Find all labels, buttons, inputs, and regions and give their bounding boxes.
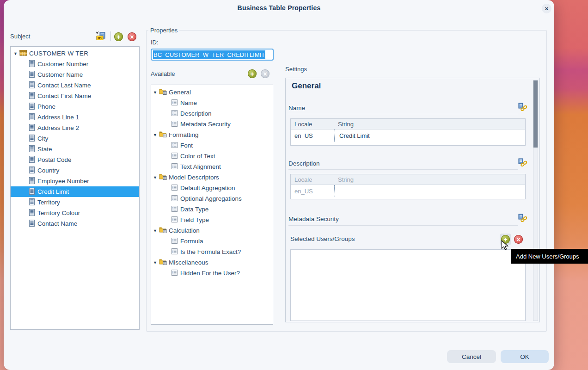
available-property-label: Text Alignment	[180, 163, 221, 170]
string-cell[interactable]: Credit Limit	[334, 130, 525, 142]
expander-icon[interactable]: ▼	[153, 90, 159, 95]
property-icon-slot	[172, 163, 178, 171]
available-property-row[interactable]: Optional Aggregations	[151, 193, 273, 204]
locale-string-row[interactable]: en_US Credit Limit	[291, 130, 525, 142]
column-icon	[29, 145, 35, 152]
subject-tree-item[interactable]: Contact Name	[11, 218, 139, 229]
column-icon-slot	[29, 177, 35, 185]
subject-tree-item[interactable]: Contact First Name	[11, 91, 139, 101]
subject-tree-item[interactable]: Territory	[11, 197, 139, 208]
subject-tree-item[interactable]: Employee Number	[11, 176, 139, 186]
available-property-row[interactable]: Text Alignment	[151, 161, 273, 172]
delete-icon: ×	[516, 236, 520, 243]
subject-tree-item[interactable]: State	[11, 144, 139, 154]
scrollbar-thumb[interactable]	[533, 80, 538, 148]
name-section-label: Name	[288, 105, 305, 111]
property-icon	[172, 270, 178, 276]
selected-users-groups-list[interactable]	[290, 249, 526, 321]
settings-scrollbar[interactable]	[533, 80, 538, 321]
property-icon-slot	[172, 142, 178, 149]
subject-item-label: State	[37, 146, 52, 153]
expander-icon[interactable]: ▼	[153, 260, 159, 265]
folder-icon	[159, 88, 167, 95]
available-property-row[interactable]: Field Type	[151, 215, 273, 225]
subject-tree-item[interactable]: Country	[11, 165, 139, 176]
subject-tree-item[interactable]: Credit Limit	[11, 186, 139, 197]
expander-icon[interactable]: ▼	[153, 228, 159, 233]
subject-tree-item[interactable]: Customer Name	[11, 69, 139, 80]
subject-tree-item[interactable]: Address Line 2	[11, 123, 139, 133]
available-property-row[interactable]: Formula	[151, 236, 273, 247]
subject-tree-item[interactable]: Customer Number	[11, 59, 139, 69]
expander-icon[interactable]: ▼	[153, 133, 159, 137]
available-property-row[interactable]: Default Aggregation	[151, 183, 273, 193]
name-localized-icon-slot[interactable]	[518, 103, 528, 112]
expander-icon[interactable]: ▼	[153, 175, 159, 180]
available-group-row[interactable]: ▼ Model Descriptors	[151, 172, 273, 183]
available-property-label: Hidden For the User?	[180, 270, 240, 277]
locale-cell[interactable]: en_US	[291, 130, 334, 142]
name-table-header: Locale String	[291, 119, 525, 130]
folder-icon	[159, 131, 167, 137]
folder-icon	[159, 173, 167, 180]
close-button[interactable]: ×	[542, 4, 551, 13]
description-localized-icon-slot[interactable]	[518, 158, 528, 167]
subject-item-label: Country	[37, 167, 59, 174]
subject-tree-item[interactable]: Postal Code	[11, 154, 139, 165]
available-property-row[interactable]: Data Type	[151, 204, 273, 215]
available-property-label: Name	[180, 99, 197, 106]
available-property-row[interactable]: Is the Formula Exact?	[151, 247, 273, 257]
available-property-label: Color of Text	[180, 153, 215, 160]
id-input[interactable]: BC_CUSTOMER_W_TER_CREDITLIMIT	[151, 49, 274, 61]
remove-users-groups-button[interactable]: ×	[514, 235, 523, 244]
property-icon	[172, 238, 178, 244]
remove-property-button-disabled: ×	[261, 69, 270, 78]
subject-label: Subject	[10, 33, 30, 40]
available-property-row[interactable]: Description	[151, 108, 273, 119]
available-property-row[interactable]: Color of Text	[151, 151, 273, 161]
subject-tree-item[interactable]: Contact Last Name	[11, 80, 139, 91]
subject-item-label: Phone	[37, 103, 55, 110]
available-tree: ▼ General Name Description Metadata Secu…	[151, 85, 273, 325]
column-icon	[29, 177, 35, 184]
column-icon	[29, 209, 35, 216]
add-property-button[interactable]: +	[248, 69, 257, 78]
metadata-security-icon-slot[interactable]	[518, 214, 528, 223]
property-icon	[172, 110, 178, 116]
delete-subject-column-button[interactable]: ×	[128, 32, 136, 41]
column-icon-slot	[29, 103, 35, 111]
expander-icon[interactable]: ▼	[13, 51, 19, 56]
description-table-header: Locale String	[291, 174, 525, 185]
property-icon	[172, 185, 178, 191]
available-property-row[interactable]: Font	[151, 140, 273, 151]
description-section-label: Description	[288, 160, 320, 167]
tooltip: Add New Users/Groups	[511, 249, 588, 264]
column-icon	[29, 188, 35, 195]
property-icon	[172, 121, 178, 127]
available-property-row[interactable]: Metadata Security	[151, 119, 273, 130]
available-property-row[interactable]: Hidden For the User?	[151, 268, 273, 278]
subject-tree-item[interactable]: Address Line 1	[11, 112, 139, 123]
subject-tree-items: Customer Number Customer Name Contact La…	[11, 59, 139, 229]
locale-string-row[interactable]: en_US	[291, 185, 525, 197]
ok-button[interactable]: OK	[501, 350, 549, 363]
available-group-row[interactable]: ▼ Formatting	[151, 130, 273, 140]
add-subject-column-button[interactable]: +	[114, 32, 123, 41]
subject-item-label: City	[37, 135, 48, 142]
locale-cell[interactable]: en_US	[291, 185, 334, 197]
cancel-button[interactable]: Cancel	[447, 350, 496, 363]
string-cell[interactable]	[334, 185, 525, 197]
edit-id-button[interactable]: ID	[95, 31, 106, 43]
folder-icon	[159, 259, 167, 265]
available-group-row[interactable]: ▼ General	[151, 87, 273, 98]
subject-tree-item[interactable]: Territory Colour	[11, 208, 139, 218]
property-icon	[172, 163, 178, 169]
subject-tree-item[interactable]: Phone	[11, 101, 139, 112]
subject-tree-item[interactable]: City	[11, 133, 139, 144]
subject-item-label: Customer Number	[37, 61, 88, 68]
available-property-row[interactable]: Name	[151, 98, 273, 108]
available-group-row[interactable]: ▼ Calculation	[151, 225, 273, 236]
subject-tree-root[interactable]: ▼ CUSTOMER W TER	[11, 48, 139, 59]
locale-header: Locale	[291, 119, 334, 129]
available-group-row[interactable]: ▼ Miscellaneous	[151, 257, 273, 268]
